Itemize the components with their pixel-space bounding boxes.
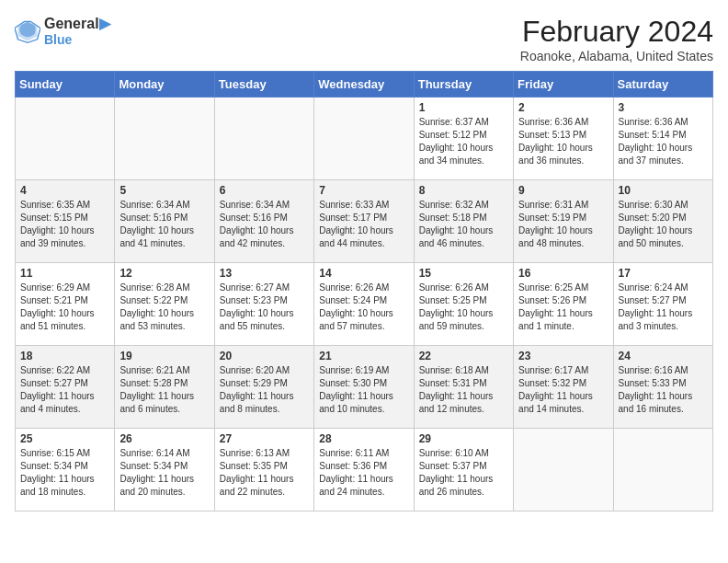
day-number: 16 [518, 267, 608, 280]
calendar-cell: 6Sunrise: 6:34 AM Sunset: 5:16 PM Daylig… [214, 180, 313, 263]
weekday-header-friday: Friday [514, 72, 613, 98]
day-info: Sunrise: 6:16 AM Sunset: 5:33 PM Dayligh… [619, 364, 708, 416]
day-number: 2 [518, 101, 608, 114]
day-number: 5 [119, 184, 209, 197]
day-info: Sunrise: 6:36 AM Sunset: 5:13 PM Dayligh… [518, 116, 608, 167]
day-number: 17 [619, 267, 708, 280]
calendar-cell: 17Sunrise: 6:24 AM Sunset: 5:27 PM Dayli… [613, 263, 712, 346]
location: Roanoke, Alabama, United States [520, 49, 713, 63]
day-number: 7 [319, 184, 408, 197]
day-number: 15 [419, 267, 508, 280]
day-number: 26 [119, 432, 209, 445]
calendar-cell: 24Sunrise: 6:16 AM Sunset: 5:33 PM Dayli… [613, 346, 712, 429]
calendar-cell: 9Sunrise: 6:31 AM Sunset: 5:19 PM Daylig… [514, 180, 613, 263]
day-number: 1 [419, 101, 508, 114]
day-info: Sunrise: 6:33 AM Sunset: 5:17 PM Dayligh… [319, 199, 408, 250]
day-info: Sunrise: 6:36 AM Sunset: 5:14 PM Dayligh… [619, 116, 708, 167]
calendar-cell [16, 98, 115, 180]
weekday-header-tuesday: Tuesday [214, 72, 313, 98]
day-number: 27 [220, 432, 309, 445]
day-info: Sunrise: 6:20 AM Sunset: 5:29 PM Dayligh… [220, 364, 309, 416]
day-number: 11 [20, 267, 109, 280]
calendar-cell: 10Sunrise: 6:30 AM Sunset: 5:20 PM Dayli… [613, 180, 712, 263]
week-row-4: 18Sunrise: 6:22 AM Sunset: 5:27 PM Dayli… [16, 346, 713, 429]
week-row-5: 25Sunrise: 6:15 AM Sunset: 5:34 PM Dayli… [16, 429, 713, 511]
day-number: 14 [319, 267, 408, 280]
calendar-cell [613, 429, 712, 511]
logo: General▶ Blue [15, 15, 110, 47]
calendar-cell: 18Sunrise: 6:22 AM Sunset: 5:27 PM Dayli… [16, 346, 115, 429]
calendar-cell: 26Sunrise: 6:14 AM Sunset: 5:34 PM Dayli… [115, 429, 214, 511]
weekday-header-row: SundayMondayTuesdayWednesdayThursdayFrid… [16, 72, 713, 98]
calendar-cell: 4Sunrise: 6:35 AM Sunset: 5:15 PM Daylig… [16, 180, 115, 263]
calendar-cell: 11Sunrise: 6:29 AM Sunset: 5:21 PM Dayli… [16, 263, 115, 346]
day-info: Sunrise: 6:18 AM Sunset: 5:31 PM Dayligh… [419, 364, 508, 416]
day-info: Sunrise: 6:27 AM Sunset: 5:23 PM Dayligh… [220, 282, 309, 333]
day-number: 21 [319, 350, 408, 362]
day-info: Sunrise: 6:21 AM Sunset: 5:28 PM Dayligh… [119, 364, 209, 416]
day-info: Sunrise: 6:11 AM Sunset: 5:36 PM Dayligh… [319, 447, 408, 499]
week-row-3: 11Sunrise: 6:29 AM Sunset: 5:21 PM Dayli… [16, 263, 713, 346]
day-info: Sunrise: 6:29 AM Sunset: 5:21 PM Dayligh… [20, 282, 109, 333]
day-info: Sunrise: 6:30 AM Sunset: 5:20 PM Dayligh… [619, 199, 708, 250]
calendar-cell: 27Sunrise: 6:13 AM Sunset: 5:35 PM Dayli… [214, 429, 313, 511]
day-info: Sunrise: 6:34 AM Sunset: 5:16 PM Dayligh… [220, 199, 309, 250]
calendar-cell [314, 98, 414, 180]
calendar-cell: 14Sunrise: 6:26 AM Sunset: 5:24 PM Dayli… [314, 263, 414, 346]
day-info: Sunrise: 6:22 AM Sunset: 5:27 PM Dayligh… [20, 364, 109, 416]
calendar-cell: 15Sunrise: 6:26 AM Sunset: 5:25 PM Dayli… [414, 263, 513, 346]
calendar-cell: 28Sunrise: 6:11 AM Sunset: 5:36 PM Dayli… [314, 429, 414, 511]
day-number: 6 [220, 184, 309, 197]
week-row-2: 4Sunrise: 6:35 AM Sunset: 5:15 PM Daylig… [16, 180, 713, 263]
day-number: 20 [220, 350, 309, 362]
day-info: Sunrise: 6:35 AM Sunset: 5:15 PM Dayligh… [20, 199, 109, 250]
day-number: 12 [119, 267, 209, 280]
weekday-header-wednesday: Wednesday [314, 72, 414, 98]
day-number: 23 [518, 350, 608, 362]
calendar-cell: 19Sunrise: 6:21 AM Sunset: 5:28 PM Dayli… [115, 346, 214, 429]
day-info: Sunrise: 6:17 AM Sunset: 5:32 PM Dayligh… [518, 364, 608, 416]
calendar-cell: 16Sunrise: 6:25 AM Sunset: 5:26 PM Dayli… [514, 263, 613, 346]
weekday-header-saturday: Saturday [613, 72, 712, 98]
weekday-header-thursday: Thursday [414, 72, 513, 98]
calendar-table: SundayMondayTuesdayWednesdayThursdayFrid… [15, 71, 713, 511]
calendar-cell [214, 98, 313, 180]
day-info: Sunrise: 6:10 AM Sunset: 5:37 PM Dayligh… [419, 447, 508, 499]
day-number: 13 [220, 267, 309, 280]
day-number: 28 [319, 432, 408, 445]
calendar-cell: 7Sunrise: 6:33 AM Sunset: 5:17 PM Daylig… [314, 180, 414, 263]
calendar-cell: 3Sunrise: 6:36 AM Sunset: 5:14 PM Daylig… [613, 98, 712, 180]
calendar-cell: 2Sunrise: 6:36 AM Sunset: 5:13 PM Daylig… [514, 98, 613, 180]
logo-icon [15, 18, 40, 44]
day-info: Sunrise: 6:37 AM Sunset: 5:12 PM Dayligh… [419, 116, 508, 167]
calendar-cell: 13Sunrise: 6:27 AM Sunset: 5:23 PM Dayli… [214, 263, 313, 346]
day-info: Sunrise: 6:13 AM Sunset: 5:35 PM Dayligh… [220, 447, 309, 499]
calendar-cell: 8Sunrise: 6:32 AM Sunset: 5:18 PM Daylig… [414, 180, 513, 263]
calendar-cell: 1Sunrise: 6:37 AM Sunset: 5:12 PM Daylig… [414, 98, 513, 180]
calendar-cell: 22Sunrise: 6:18 AM Sunset: 5:31 PM Dayli… [414, 346, 513, 429]
calendar-cell [514, 429, 613, 511]
calendar-cell: 20Sunrise: 6:20 AM Sunset: 5:29 PM Dayli… [214, 346, 313, 429]
weekday-header-sunday: Sunday [16, 72, 115, 98]
weekday-header-monday: Monday [115, 72, 214, 98]
day-number: 4 [20, 184, 109, 197]
day-info: Sunrise: 6:15 AM Sunset: 5:34 PM Dayligh… [20, 447, 109, 499]
day-number: 22 [419, 350, 508, 362]
day-number: 18 [20, 350, 109, 362]
calendar-cell: 5Sunrise: 6:34 AM Sunset: 5:16 PM Daylig… [115, 180, 214, 263]
calendar-cell: 29Sunrise: 6:10 AM Sunset: 5:37 PM Dayli… [414, 429, 513, 511]
day-info: Sunrise: 6:34 AM Sunset: 5:16 PM Dayligh… [119, 199, 209, 250]
logo-text: General▶ Blue [44, 15, 110, 47]
day-number: 19 [119, 350, 209, 362]
day-number: 10 [619, 184, 708, 197]
title-block: February 2024 Roanoke, Alabama, United S… [520, 15, 713, 63]
day-number: 24 [619, 350, 708, 362]
month-title: February 2024 [520, 15, 713, 49]
day-info: Sunrise: 6:25 AM Sunset: 5:26 PM Dayligh… [518, 282, 608, 333]
day-number: 9 [518, 184, 608, 197]
page-header: General▶ Blue February 2024 Roanoke, Ala… [15, 15, 713, 63]
calendar-cell: 25Sunrise: 6:15 AM Sunset: 5:34 PM Dayli… [16, 429, 115, 511]
day-info: Sunrise: 6:26 AM Sunset: 5:24 PM Dayligh… [319, 282, 408, 333]
day-info: Sunrise: 6:14 AM Sunset: 5:34 PM Dayligh… [119, 447, 209, 499]
calendar-cell [115, 98, 214, 180]
